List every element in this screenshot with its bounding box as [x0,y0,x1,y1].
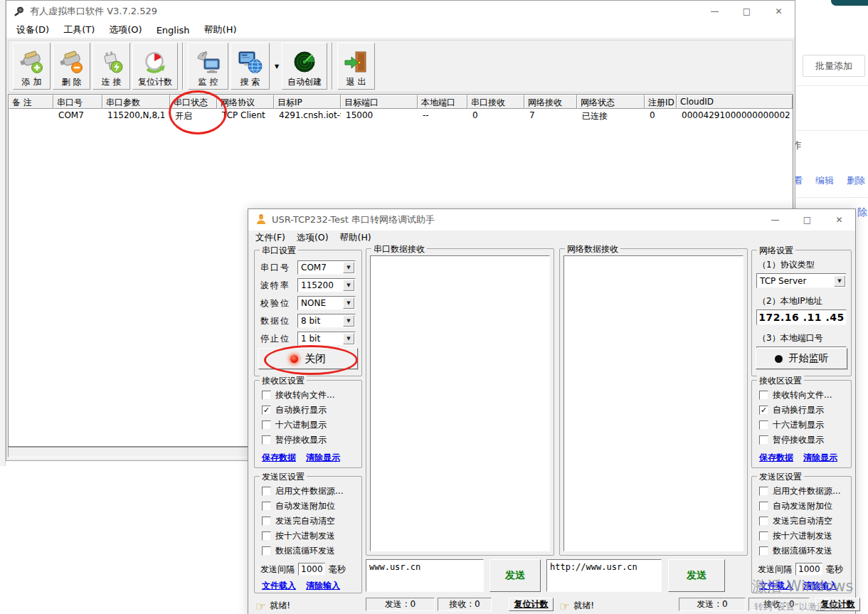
menu-device[interactable]: 设备(D) [16,23,49,36]
auto-create-button[interactable]: 自动创建 [282,43,327,90]
checkbox-box[interactable] [262,406,271,415]
auto-send-extra-checkbox[interactable]: 自动发送附加位 [262,501,361,512]
connect-button[interactable]: 连 接 [92,43,130,90]
save-data-link[interactable]: 保存数据 [262,452,296,464]
clear-display-link[interactable]: 清除显示 [306,452,340,464]
checkbox-box[interactable] [262,435,271,445]
tcp232-maximize-button[interactable]: □ [791,209,823,231]
hex-display-checkbox[interactable]: 十六进制显示 [262,420,361,430]
header-net-rx[interactable]: 网络接收 [524,95,577,109]
interval-input[interactable] [298,563,325,576]
network-recv-area[interactable] [563,255,743,551]
header-net-state[interactable]: 网络状态 [577,95,645,109]
header-target-ip[interactable]: 目标IP [274,95,341,109]
header-cloud-id[interactable]: CloudID [677,95,793,109]
minimize-button[interactable]: — [699,1,731,22]
auto-wrap-checkbox[interactable]: 自动换行显示 [759,405,851,415]
network-send-input[interactable]: http://www.usr.cn [546,559,662,592]
serial-recv-area[interactable] [370,255,550,551]
checkbox-box[interactable] [759,435,768,445]
save-data-link[interactable]: 保存数据 [759,452,793,464]
serial-send-button[interactable]: 发送 [489,559,541,592]
chevron-down-icon[interactable]: ▼ [343,333,354,344]
file-source-checkbox[interactable]: 启用文件数据源... [759,486,851,497]
loop-send-checkbox[interactable]: 数据流循环发送 [759,546,851,556]
com-port-select[interactable]: COM7▼ [297,260,356,275]
clear-display-link[interactable]: 清除显示 [803,452,837,464]
checkbox-box[interactable] [262,517,271,526]
search-button[interactable]: 搜 索 [231,43,270,90]
local-ip-input[interactable]: 172.16 .11 .45 [756,309,847,325]
monitor-button[interactable]: 监 控 [188,43,228,90]
menu-options[interactable]: 选项(O) [109,23,142,36]
checkbox-box[interactable] [759,487,768,496]
chevron-down-icon[interactable]: ▼ [343,315,354,327]
recv-to-file-checkbox[interactable]: 接收转向文件... [262,390,361,401]
header-serial-rx[interactable]: 串口接收 [467,95,524,109]
checkbox-box[interactable] [759,391,768,400]
start-listen-button[interactable]: 开始监听 [756,348,847,369]
file-load-link[interactable]: 文件载入 [262,580,296,592]
checkbox-box[interactable] [262,531,271,541]
header-protocol[interactable]: 网络协议 [217,95,274,109]
batch-add-button[interactable]: 批量添加 [803,55,865,77]
table-row[interactable]: COM7 115200,N,8,1 开启 TCP Client 4291.cns… [9,109,793,122]
checkbox-box[interactable] [262,420,271,430]
close-button[interactable]: ✕ [763,1,795,22]
menu-file[interactable]: 文件(F) [255,232,285,244]
chevron-down-icon[interactable]: ▼ [343,280,354,291]
checkbox-box[interactable] [759,420,768,430]
interval-input[interactable] [795,563,822,576]
menu-help[interactable]: 帮助(H) [204,23,237,36]
checkbox-box[interactable] [759,406,768,415]
header-local-port[interactable]: 本地端口 [418,95,467,109]
menu-options2[interactable]: 选项(O) [297,232,329,244]
chevron-down-icon[interactable]: ▼ [343,297,354,309]
exit-button[interactable]: 退 出 [337,43,375,90]
loop-send-checkbox[interactable]: 数据流循环发送 [262,546,361,556]
header-serial-params[interactable]: 串口参数 [102,95,170,109]
header-serial-state[interactable]: 串口状态 [170,95,217,109]
header-reg-id[interactable]: 注册ID [645,95,677,109]
send-as-hex-checkbox[interactable]: 按十六进制发送 [262,531,361,541]
data-bits-select[interactable]: 8 bit▼ [297,314,356,328]
search-dropdown-arrow[interactable]: ▼ [272,43,282,90]
checkbox-box[interactable] [262,502,271,511]
checkbox-box[interactable] [262,546,271,556]
delete-link-partial[interactable]: 除 [857,206,867,219]
reset-count-button[interactable]: 复位计数 [132,43,178,90]
header-com-port[interactable]: 串口号 [53,95,102,109]
add-button[interactable]: 添 加 [13,43,51,90]
parity-select[interactable]: NONE▼ [297,296,356,310]
maximize-button[interactable]: □ [731,1,763,22]
tcp232-close-button[interactable]: ✕ [823,209,855,231]
auto-wrap-checkbox[interactable]: 自动换行显示 [262,405,361,415]
menu-english[interactable]: English [157,25,190,36]
checkbox-box[interactable] [262,487,271,496]
protocol-select[interactable]: TCP Server▼ [756,273,847,288]
file-load-link[interactable]: 文件载入 [759,580,793,592]
network-send-button[interactable]: 发送 [668,559,725,592]
checkbox-box[interactable] [759,517,768,526]
menu-tools[interactable]: 工具(T) [63,23,95,36]
close-serial-button[interactable]: 关闭 [258,348,358,369]
tcp232-minimize-button[interactable]: — [759,209,791,231]
clear-input-link[interactable]: 清除输入 [803,580,837,592]
checkbox-box[interactable] [759,502,768,511]
header-remark[interactable]: 备 注 [9,95,53,109]
clear-after-send-checkbox[interactable]: 发送完自动清空 [759,516,851,526]
header-target-port[interactable]: 目标端口 [341,95,418,109]
file-source-checkbox[interactable]: 启用文件数据源... [262,486,361,497]
checkbox-box[interactable] [262,391,271,400]
checkbox-box[interactable] [759,531,768,541]
network-reset-count-button[interactable]: 复位计数 [815,598,860,611]
recv-to-file-checkbox[interactable]: 接收转向文件... [759,390,851,401]
chevron-down-icon[interactable]: ▼ [343,262,354,273]
chevron-down-icon[interactable]: ▼ [834,275,845,287]
stop-bits-select[interactable]: 1 bit▼ [297,332,356,346]
clear-input-link[interactable]: 清除输入 [306,580,340,592]
pause-recv-checkbox[interactable]: 暂停接收显示 [262,435,361,445]
hex-display-checkbox[interactable]: 十六进制显示 [759,420,851,430]
delete-link[interactable]: 删除 [847,174,865,187]
clear-after-send-checkbox[interactable]: 发送完自动清空 [262,516,361,526]
